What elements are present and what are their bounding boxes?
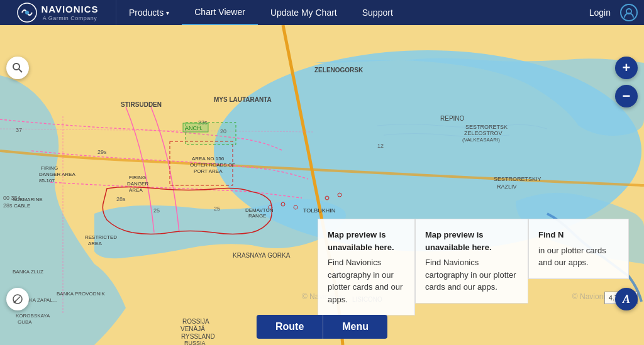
nav-links: Products ▾ Chart Viewer Update My Chart … <box>116 0 580 25</box>
svg-text:37: 37 <box>16 127 22 133</box>
logo-sub: A Garmin Company <box>41 15 98 21</box>
svg-line-63 <box>19 69 22 72</box>
logo-brand: NAVIONICS <box>41 4 98 14</box>
preview-title-3: Find N <box>538 229 619 241</box>
navbar: NAVIONICS A Garmin Company Products ▾ Ch… <box>0 0 644 25</box>
chevron-down-icon: ▾ <box>166 9 169 16</box>
svg-text:RUSSIA: RUSSIA <box>184 340 206 345</box>
preview-box-1: Map preview isunavailable here. Find Nav… <box>318 219 415 315</box>
svg-text:DANGER AREA: DANGER AREA <box>39 172 75 177</box>
svg-text:FIRING: FIRING <box>41 165 58 171</box>
nav-support[interactable]: Support <box>350 0 406 25</box>
zoom-out-button[interactable]: − <box>615 85 638 107</box>
svg-text:STIRSUDDEN: STIRSUDDEN <box>121 101 162 108</box>
preview-box-3: Find N in our plotter cards and our apps… <box>528 219 629 279</box>
svg-text:85-107: 85-107 <box>39 178 55 183</box>
svg-text:BANKA ZLUZ: BANKA ZLUZ <box>13 269 43 275</box>
svg-text:DEMAVTON: DEMAVTON <box>245 207 274 213</box>
svg-text:ROSSIJA: ROSSIJA <box>182 318 209 325</box>
svg-text:ANCH.: ANCH. <box>185 125 203 131</box>
svg-text:MYS LAUTARANTA: MYS LAUTARANTA <box>214 96 272 103</box>
svg-text:CABLE: CABLE <box>14 203 30 209</box>
nav-right: Login <box>580 4 638 21</box>
logo-area: NAVIONICS A Garmin Company <box>0 0 116 25</box>
svg-text:PORT AREA: PORT AREA <box>194 168 223 174</box>
svg-text:VENÄJÄ: VENÄJÄ <box>180 326 205 332</box>
nav-update-my-chart[interactable]: Update My Chart <box>258 0 350 25</box>
preview-title-2: Map preview is unavailable here. <box>425 229 518 253</box>
map-container[interactable]: STIRSUDDEN MYS LAUTARANTA ZELENOGORSK RE… <box>0 25 644 345</box>
svg-text:OUTER ROADS OF: OUTER ROADS OF <box>190 162 235 168</box>
svg-text:FIRING: FIRING <box>129 175 146 180</box>
svg-text:DANGER: DANGER <box>127 181 148 187</box>
zoom-in-button[interactable]: + <box>615 57 638 79</box>
search-button[interactable] <box>6 57 29 79</box>
preview-title-1: Map preview isunavailable here. <box>328 229 405 253</box>
nav-products[interactable]: Products ▾ <box>116 0 182 25</box>
nav-chart-viewer[interactable]: Chart Viewer <box>182 0 258 25</box>
svg-text:25: 25 <box>214 205 220 212</box>
svg-text:KRASNAYA GORKA: KRASNAYA GORKA <box>233 252 291 259</box>
svg-text:28s: 28s <box>116 196 126 202</box>
svg-text:REPINO: REPINO <box>440 115 465 122</box>
svg-text:28s: 28s <box>3 202 13 209</box>
svg-text:29s: 29s <box>97 149 107 155</box>
edit-button[interactable] <box>6 288 29 310</box>
preview-box-2: Map preview is unavailable here. Find Na… <box>415 219 528 304</box>
svg-text:AREA: AREA <box>129 187 143 193</box>
svg-text:ZELENOGORSK: ZELENOGORSK <box>314 67 364 74</box>
svg-text:SESTRORETSKIY: SESTRORETSKIY <box>494 176 541 182</box>
svg-text:00 354: 00 354 <box>3 195 21 201</box>
svg-text:TOLBUKHIN: TOLBUKHIN <box>303 207 335 214</box>
svg-text:RESTRICTED: RESTRICTED <box>85 234 117 240</box>
user-avatar-button[interactable] <box>620 4 638 21</box>
svg-text:GUBA: GUBA <box>18 319 32 325</box>
svg-text:KOROBSKAYA: KOROBSKAYA <box>16 313 50 319</box>
svg-line-65 <box>15 297 20 302</box>
login-button[interactable]: Login <box>580 8 620 18</box>
bottom-buttons: Route Menu <box>257 315 387 339</box>
svg-text:AREA: AREA <box>88 241 102 246</box>
svg-text:AREA NO.156: AREA NO.156 <box>192 156 225 162</box>
svg-point-1 <box>25 11 29 14</box>
svg-text:RAZLIV: RAZLIV <box>497 183 517 190</box>
svg-point-62 <box>13 63 19 70</box>
svg-text:BANKA PROVODNIK: BANKA PROVODNIK <box>57 291 106 297</box>
menu-button[interactable]: Menu <box>323 315 387 339</box>
svg-text:(VALKEASAARI): (VALKEASAARI) <box>462 137 500 143</box>
route-button[interactable]: Route <box>257 315 323 339</box>
preview-body-2: Find Navionics cartography in our plotte… <box>425 258 516 292</box>
svg-text:12: 12 <box>377 143 384 149</box>
preview-body-1: Find Navionics cartography in our plotte… <box>328 258 402 304</box>
location-button[interactable]: A <box>615 288 638 310</box>
preview-body-3: in our plotter cards and our apps. <box>538 246 606 268</box>
svg-text:25: 25 <box>153 207 160 214</box>
svg-text:RYSSLAND: RYSSLAND <box>181 333 215 340</box>
svg-text:ZELEOSTROV: ZELEOSTROV <box>464 130 502 136</box>
svg-text:RANGE: RANGE <box>248 213 266 219</box>
